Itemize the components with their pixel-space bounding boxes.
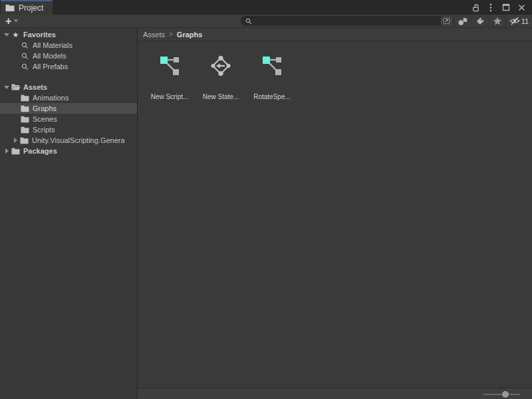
folder-open-icon xyxy=(11,83,21,91)
project-window: Project + xyxy=(0,0,532,399)
asset-item-rotatespe[interactable]: RotateSpe... xyxy=(251,56,293,100)
state-graph-icon xyxy=(211,56,231,76)
folder-tree[interactable]: Favorites All Materials All Models All P… xyxy=(0,28,138,399)
breadcrumb: Assets > Graphs xyxy=(138,28,532,41)
chevron-down-icon[interactable] xyxy=(3,33,11,37)
project-browser: Favorites All Materials All Models All P… xyxy=(0,28,532,399)
plus-icon: + xyxy=(5,16,11,27)
hidden-count: 11 xyxy=(521,17,529,25)
project-toolbar: + 11 xyxy=(0,15,532,28)
breadcrumb-graphs[interactable]: Graphs xyxy=(177,31,203,39)
script-graph-icon xyxy=(160,56,180,76)
chevron-down-icon[interactable] xyxy=(3,86,11,89)
folder-icon xyxy=(5,4,15,12)
asset-label: New State... xyxy=(203,93,239,100)
sidebar-item-favorites[interactable]: Favorites xyxy=(0,29,137,40)
folder-icon xyxy=(20,105,30,112)
open-search-panel-icon[interactable] xyxy=(441,17,452,25)
window-controls xyxy=(470,0,532,15)
folder-icon xyxy=(20,126,30,134)
dropdown-caret-icon xyxy=(14,20,18,23)
folder-icon xyxy=(20,116,30,123)
kebab-menu-icon[interactable] xyxy=(485,2,496,13)
create-asset-button[interactable]: + xyxy=(5,16,19,27)
search-icon xyxy=(245,18,252,25)
folder-icon xyxy=(20,94,30,102)
folder-icon xyxy=(11,148,21,155)
asset-label: New Script... xyxy=(151,93,189,100)
sidebar-item-scenes[interactable]: Scenes xyxy=(0,114,137,124)
zoom-slider-thumb[interactable] xyxy=(502,391,509,398)
script-graph-icon xyxy=(262,56,282,76)
sidebar-item-all-prefabs[interactable]: All Prefabs xyxy=(0,61,137,72)
tab-project[interactable]: Project xyxy=(1,0,53,15)
sidebar-item-graphs[interactable]: Graphs xyxy=(0,103,137,114)
favorites-star-icon[interactable] xyxy=(488,15,505,27)
asset-panel: Assets > Graphs New Script. xyxy=(138,28,532,399)
sidebar-item-animations[interactable]: Animations xyxy=(0,92,137,103)
asset-item-new-script[interactable]: New Script... xyxy=(148,56,191,100)
status-bar xyxy=(138,388,532,399)
unlock-icon[interactable] xyxy=(470,2,481,13)
sidebar-item-all-materials[interactable]: All Materials xyxy=(0,40,137,51)
search-icon xyxy=(20,63,30,70)
sidebar-item-unity-visualscripting-generated[interactable]: Unity.VisualScripting.Genera xyxy=(0,135,137,146)
maximize-icon[interactable] xyxy=(501,2,511,13)
search-input[interactable] xyxy=(255,16,441,26)
folder-icon xyxy=(19,137,29,144)
hidden-packages-toggle[interactable]: 11 xyxy=(505,15,532,27)
filter-by-label-icon[interactable] xyxy=(471,15,488,27)
asset-item-new-state[interactable]: New State... xyxy=(200,56,242,100)
zoom-slider[interactable] xyxy=(483,388,520,399)
breadcrumb-separator: > xyxy=(169,31,173,38)
sidebar-item-packages[interactable]: Packages xyxy=(0,146,137,156)
chevron-right-icon[interactable] xyxy=(3,148,11,154)
sidebar-item-scripts[interactable]: Scripts xyxy=(0,124,137,135)
filter-by-type-icon[interactable] xyxy=(454,15,471,27)
search-icon xyxy=(20,42,30,49)
search-field[interactable] xyxy=(241,16,454,26)
asset-grid[interactable]: New Script... New S xyxy=(138,41,532,388)
star-icon xyxy=(11,31,21,39)
sidebar-item-all-models[interactable]: All Models xyxy=(0,51,137,61)
sidebar-item-assets[interactable]: Assets xyxy=(0,82,137,92)
tab-label: Project xyxy=(19,3,43,13)
breadcrumb-assets[interactable]: Assets xyxy=(143,31,165,39)
close-icon[interactable] xyxy=(516,2,527,13)
tab-strip: Project xyxy=(0,0,532,15)
asset-label: RotateSpe... xyxy=(253,93,291,100)
chevron-right-icon[interactable] xyxy=(11,138,19,143)
search-icon xyxy=(20,53,30,60)
eye-slash-icon xyxy=(509,17,520,25)
